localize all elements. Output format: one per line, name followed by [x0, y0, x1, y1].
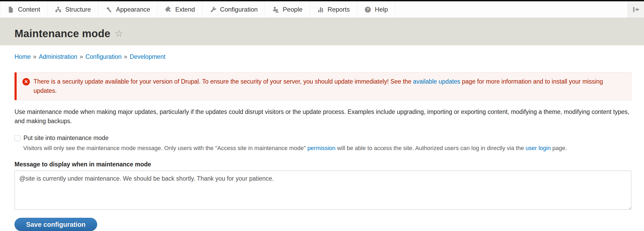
toolbar-tab-reports[interactable]: Reports: [310, 1, 357, 18]
description-text: Visitors will only see the maintenance m…: [23, 145, 307, 151]
breadcrumb-separator: »: [124, 53, 127, 60]
breadcrumb-link-configuration[interactable]: Configuration: [86, 53, 122, 60]
admin-toolbar: Content Structure Appearance Extend Conf…: [0, 1, 644, 18]
help-icon: ?: [364, 6, 371, 13]
error-icon: ✕: [22, 78, 30, 85]
save-configuration-button[interactable]: Save configuration: [15, 218, 97, 231]
security-update-error-message: ✕ There is a security update available f…: [15, 72, 631, 100]
toolbar-tab-people[interactable]: People: [265, 1, 310, 18]
maintenance-mode-checkbox[interactable]: [15, 135, 20, 141]
toolbar-tab-extend[interactable]: Extend: [158, 1, 202, 18]
maintenance-mode-intro: Use maintenance mode when making major u…: [15, 107, 631, 126]
main-content: Home»Administration»Configuration»Develo…: [0, 45, 644, 231]
maintenance-message-textarea[interactable]: @site is currently under maintenance. We…: [15, 171, 631, 210]
toolbar-tab-label: Help: [375, 6, 388, 13]
paintbrush-icon: [105, 6, 112, 13]
collapse-left-icon: [632, 6, 640, 13]
user-login-link[interactable]: user login: [525, 145, 551, 151]
bar-chart-icon: [317, 6, 324, 13]
toolbar-tab-label: People: [283, 6, 302, 13]
breadcrumb-link-administration[interactable]: Administration: [39, 53, 77, 60]
toolbar-tab-label: Configuration: [220, 6, 258, 13]
description-text: will be able to access the site. Authori…: [335, 145, 525, 151]
maintenance-mode-description: Visitors will only see the maintenance m…: [23, 144, 631, 152]
description-text: page.: [551, 145, 567, 151]
file-icon: [7, 6, 15, 13]
message-field-label: Message to display when in maintenance m…: [15, 161, 631, 168]
maintenance-mode-checkbox-label[interactable]: Put site into maintenance mode: [23, 134, 108, 142]
toolbar-tab-label: Appearance: [116, 6, 150, 13]
error-text-before: There is a security update available for…: [34, 78, 413, 85]
error-message-text: There is a security update available for…: [34, 77, 624, 95]
people-icon: [272, 6, 279, 13]
page-header: Maintenance mode ☆: [0, 18, 644, 45]
breadcrumb-separator: »: [80, 53, 83, 60]
toolbar-tab-help[interactable]: ? Help: [357, 1, 395, 18]
puzzle-icon: [165, 6, 172, 13]
toolbar-tab-configuration[interactable]: Configuration: [202, 1, 265, 18]
breadcrumb-link-home[interactable]: Home: [15, 53, 31, 60]
toolbar-orientation-toggle[interactable]: [628, 1, 644, 18]
toolbar-tab-appearance[interactable]: Appearance: [98, 1, 157, 18]
maintenance-mode-checkbox-row: Put site into maintenance mode: [15, 134, 631, 142]
sitemap-icon: [55, 6, 62, 13]
wrench-icon: [210, 6, 217, 13]
toolbar-tab-label: Structure: [65, 6, 91, 13]
breadcrumb-link-development[interactable]: Development: [130, 53, 165, 60]
available-updates-link[interactable]: available updates: [413, 78, 460, 85]
toolbar-tab-structure[interactable]: Structure: [48, 1, 98, 18]
shortcut-star-icon[interactable]: ☆: [115, 29, 123, 38]
svg-text:?: ?: [367, 7, 369, 12]
breadcrumb: Home»Administration»Configuration»Develo…: [15, 53, 631, 60]
permission-link[interactable]: permission: [307, 145, 335, 151]
toolbar-tab-label: Extend: [175, 6, 195, 13]
breadcrumb-separator: »: [33, 53, 36, 60]
page-title: Maintenance mode: [15, 28, 110, 40]
toolbar-tab-label: Content: [18, 6, 40, 13]
toolbar-tab-content[interactable]: Content: [0, 1, 48, 18]
toolbar-tab-label: Reports: [328, 6, 350, 13]
